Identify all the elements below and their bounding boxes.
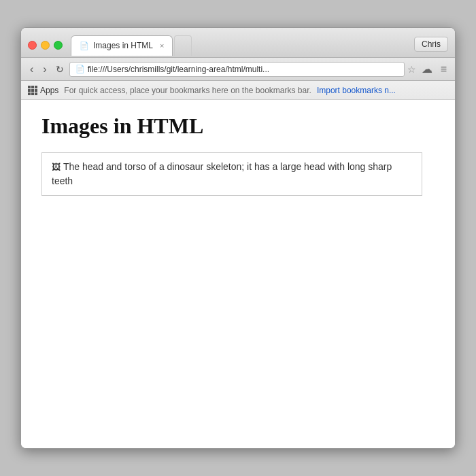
grid-dot: [35, 86, 37, 88]
title-bar: 📄 Images in HTML × Chris: [21, 28, 455, 58]
new-tab-button[interactable]: [174, 35, 192, 56]
address-icon: 📄: [75, 65, 85, 73]
broken-image-container: 🖼The head and torso of a dinosaur skelet…: [41, 152, 422, 196]
maximize-button[interactable]: [54, 41, 63, 50]
broken-image-icon: 🖼: [52, 160, 61, 174]
profile-button[interactable]: Chris: [414, 37, 448, 52]
refresh-button[interactable]: ↻: [53, 63, 67, 76]
grid-dot: [31, 86, 34, 88]
bookmark-star-button[interactable]: ☆: [407, 64, 416, 75]
tab-label: Images in HTML: [93, 41, 153, 50]
tabs-area: 📄 Images in HTML ×: [71, 35, 409, 56]
grid-dot: [28, 92, 31, 95]
forward-button[interactable]: ›: [39, 62, 50, 77]
broken-image-alt: The head and torso of a dinosaur skeleto…: [52, 161, 392, 186]
address-text: file:///Users/chrismills/git/learning-ar…: [88, 65, 398, 74]
apps-link[interactable]: Apps: [28, 86, 58, 95]
bookmarks-message: For quick access, place your bookmarks h…: [64, 86, 311, 95]
browser-window: 📄 Images in HTML × Chris ‹ › ↻ 📄 file://…: [20, 27, 456, 449]
tab-close-button[interactable]: ×: [160, 41, 164, 50]
minimize-button[interactable]: [41, 41, 50, 50]
grid-dot: [28, 89, 31, 92]
page-content: Images in HTML 🖼The head and torso of a …: [21, 100, 455, 448]
page-title: Images in HTML: [41, 114, 435, 139]
bookmarks-bar: Apps For quick access, place your bookma…: [21, 81, 455, 100]
grid-dot: [31, 92, 34, 95]
cloud-sync-button[interactable]: ☁: [419, 61, 435, 77]
apps-grid-icon: [28, 86, 37, 95]
import-bookmarks-link[interactable]: Import bookmarks n...: [317, 86, 396, 95]
close-button[interactable]: [28, 41, 37, 50]
back-button[interactable]: ‹: [27, 62, 37, 77]
menu-button[interactable]: ≡: [438, 62, 449, 77]
apps-label: Apps: [40, 86, 58, 95]
grid-dot: [35, 89, 37, 92]
address-bar[interactable]: 📄 file:///Users/chrismills/git/learning-…: [69, 62, 405, 77]
grid-dot: [35, 92, 37, 95]
active-tab[interactable]: 📄 Images in HTML ×: [71, 35, 173, 56]
tab-page-icon: 📄: [80, 41, 89, 50]
traffic-lights: [28, 41, 63, 50]
nav-bar: ‹ › ↻ 📄 file:///Users/chrismills/git/lea…: [21, 58, 455, 81]
grid-dot: [28, 86, 31, 88]
grid-dot: [31, 89, 34, 92]
